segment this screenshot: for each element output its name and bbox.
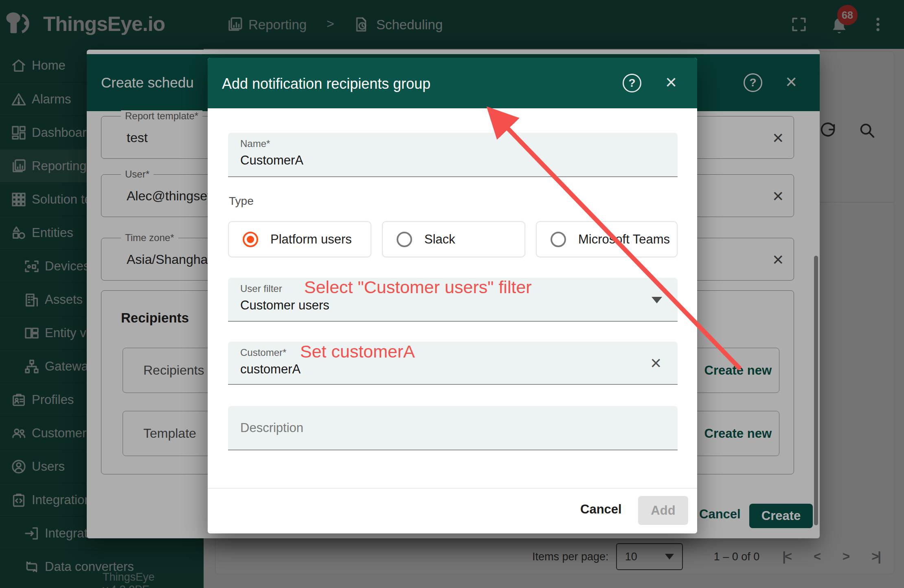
modal-header: Add notification recipients group ? × (208, 58, 697, 108)
modal-help-icon[interactable]: ? (623, 74, 641, 92)
type-option-slack[interactable]: Slack (382, 221, 525, 257)
modal-close-icon[interactable]: × (662, 74, 680, 92)
radio-unselected-icon[interactable] (551, 232, 566, 247)
name-field[interactable]: Name* CustomerA (228, 133, 678, 177)
modal-cancel-button[interactable]: Cancel (580, 502, 622, 517)
type-option-microsoft-teams[interactable]: Microsoft Teams (536, 221, 678, 257)
screen: ThingsEye.io Reporting > Scheduling 68 H… (0, 0, 904, 588)
radio-selected-icon[interactable] (243, 232, 258, 247)
modal-add-button[interactable]: Add (638, 496, 688, 525)
dropdown-arrow-icon (652, 297, 662, 303)
type-label: Type (229, 195, 254, 208)
description-field[interactable]: Description (228, 406, 678, 450)
customer-field[interactable]: Customer* customerA × (228, 342, 678, 385)
user-filter-select[interactable]: User filter Customer users (228, 278, 678, 322)
modal-title: Add notification recipients group (222, 75, 430, 92)
radio-unselected-icon[interactable] (397, 232, 412, 247)
clear-customer-icon[interactable]: × (650, 353, 661, 372)
type-option-platform-users[interactable]: Platform users (228, 221, 371, 257)
add-recipients-group-modal: Add notification recipients group ? × Na… (208, 58, 697, 533)
modal-footer-divider (208, 488, 697, 489)
